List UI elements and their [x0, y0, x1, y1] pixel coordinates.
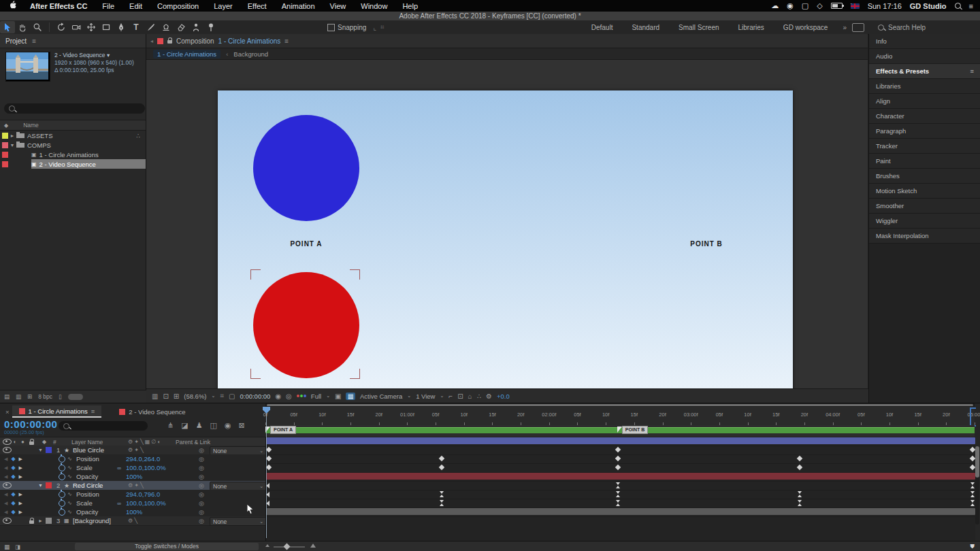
panel-tab-paragraph[interactable]: Paragraph	[869, 124, 980, 139]
stopwatch-icon[interactable]	[59, 456, 65, 463]
keyframe-icon[interactable]	[798, 500, 802, 506]
layer-duration-bar-blue[interactable]	[266, 437, 975, 444]
visibility-eye-icon[interactable]	[3, 447, 12, 453]
project-row-video-sequence[interactable]: ▣ 2 - Video Sequence	[0, 159, 146, 169]
keyframe-icon[interactable]	[970, 456, 975, 461]
keyframe-icon[interactable]	[615, 447, 621, 452]
property-name[interactable]: Position	[76, 454, 99, 463]
type-tool[interactable]: T	[129, 21, 144, 33]
panel-tab-paint[interactable]: Paint	[869, 154, 980, 169]
keyframe-icon[interactable]	[616, 491, 621, 497]
pick-whip-icon[interactable]: ◎	[199, 454, 204, 463]
layer-row-blue-circle[interactable]: ▼ 1 ★ Blue Circle ⚙✦╲ ◎ None⌄	[0, 446, 265, 455]
timeline-tab-video-sequence[interactable]: 2 - Video Sequence	[112, 406, 192, 417]
uk-flag-icon[interactable]	[851, 3, 860, 9]
keyframe-icon[interactable]	[970, 465, 975, 470]
panel-tab-brushes[interactable]: Brushes	[869, 169, 980, 184]
keyframe-icon[interactable]	[615, 456, 621, 461]
time-ruler[interactable]: 0f05f10f15f20f01:00f05f10f15f20f02:00f05…	[265, 407, 975, 426]
property-name[interactable]: Opacity	[76, 507, 98, 516]
pick-whip-icon[interactable]: ◎	[199, 507, 204, 516]
menu-effect[interactable]: Effect	[240, 2, 274, 10]
property-value[interactable]: 294.0,264.0	[126, 454, 160, 463]
thumbnail-view-icon[interactable]: ▥	[16, 393, 21, 400]
preview-dropdown-icon[interactable]: ▾	[107, 52, 110, 59]
airdrop-icon[interactable]: ◇	[817, 1, 822, 10]
layer-row-red-circle[interactable]: ▼ 2 ★ Red Circle ⚙✦╲ ◎ None⌄	[0, 481, 265, 490]
cloud-sync-icon[interactable]: ☁	[771, 1, 779, 10]
keyframe-track-scale[interactable]	[266, 490, 975, 499]
menu-help[interactable]: Help	[395, 2, 425, 10]
keyframe-icon[interactable]	[970, 447, 975, 452]
keyframe-icon[interactable]	[440, 491, 444, 497]
current-time-display[interactable]: 0:00:00:00	[4, 418, 57, 430]
stopwatch-icon[interactable]	[59, 473, 65, 480]
workspace-small-screen[interactable]: Small Screen	[669, 24, 728, 31]
region-of-interest-icon[interactable]: ▢	[229, 393, 235, 400]
lock-icon[interactable]	[29, 520, 34, 524]
label-color-column-icon[interactable]: ◆	[4, 122, 8, 129]
property-name[interactable]: Scale	[76, 463, 93, 472]
view-layout-caret-icon[interactable]: ⌄	[440, 393, 444, 399]
search-help-box[interactable]: Search Help	[878, 24, 980, 31]
pick-whip-icon[interactable]: ◎	[199, 463, 204, 472]
control-center-icon[interactable]: ≡	[969, 2, 973, 10]
add-keyframe-icon[interactable]: ◆	[11, 456, 15, 462]
camera-tool[interactable]	[69, 21, 84, 33]
rotation-tool[interactable]	[54, 21, 69, 33]
snap-feature-icon[interactable]: ⌗	[380, 23, 385, 31]
pick-whip-icon[interactable]: ◎	[199, 516, 204, 525]
menu-app-name[interactable]: After Effects CC	[22, 2, 95, 10]
snap-edge-icon[interactable]: ⌞	[373, 24, 376, 31]
footage-thumbnail[interactable]	[5, 52, 50, 82]
keyframe-icon[interactable]	[798, 491, 802, 497]
collapse-arrow-icon[interactable]: ►	[8, 133, 16, 138]
panel-tab-mask-interpolation[interactable]: Mask Interpolation	[869, 229, 980, 244]
menu-view[interactable]: View	[323, 2, 354, 10]
pan-behind-tool[interactable]	[84, 21, 99, 33]
pen-tool[interactable]	[114, 21, 129, 33]
breadcrumb-parent[interactable]: Background	[233, 50, 268, 58]
menu-layer[interactable]: Layer	[206, 2, 240, 10]
panel-tab-libraries[interactable]: Libraries	[869, 79, 980, 94]
expand-arrow-icon[interactable]: ▼	[38, 481, 43, 490]
layer-name[interactable]: [Background]	[73, 516, 111, 525]
workspace-gd[interactable]: GD workspace	[774, 24, 838, 31]
roto-brush-tool[interactable]	[189, 21, 203, 33]
collapse-arrow-icon[interactable]: ►	[38, 516, 43, 525]
draft-3d-icon[interactable]: ◪	[181, 421, 188, 430]
layer-switches[interactable]: ⚙✦╲	[128, 481, 145, 490]
list-view-icon[interactable]: ▤	[4, 393, 10, 400]
main-monitor-icon[interactable]: ⊡	[163, 393, 168, 400]
project-row-assets[interactable]: ► ASSETS ∴	[0, 131, 146, 140]
workspace-libraries[interactable]: Libraries	[729, 24, 774, 31]
shape-tool[interactable]	[99, 21, 114, 33]
composition-panel-menu-icon[interactable]: ≡	[284, 37, 289, 45]
layer-switches[interactable]: ⚙✦╲	[128, 446, 145, 454]
property-row-position[interactable]: ◀◆▶ ∿ Position 294.0,264.0 ◎	[0, 454, 265, 464]
clone-stamp-tool[interactable]	[159, 21, 174, 33]
keyframe-icon[interactable]	[616, 500, 621, 506]
project-flowchart-button[interactable]	[68, 394, 83, 400]
property-name[interactable]: Scale	[76, 499, 93, 507]
menu-edit[interactable]: Edit	[122, 2, 150, 10]
resolution-caret-icon[interactable]: ⌄	[326, 393, 330, 399]
keyframe-icon[interactable]	[266, 456, 272, 461]
visibility-eye-icon[interactable]	[3, 482, 12, 488]
expand-arrow-icon[interactable]: ▼	[38, 446, 43, 454]
new-folder-icon[interactable]: ⊞	[27, 393, 32, 400]
hand-tool[interactable]	[15, 21, 30, 33]
comp-marker-point-b[interactable]: POINT B	[617, 426, 648, 433]
apple-menu[interactable]	[0, 1, 22, 11]
property-value[interactable]: 100%	[126, 472, 142, 481]
timeline-vertical-scrollbar[interactable]	[975, 446, 979, 524]
workspace-overflow-chevron[interactable]: »	[837, 24, 852, 31]
project-search-input[interactable]	[4, 103, 145, 114]
pick-whip-icon[interactable]: ◎	[199, 499, 204, 507]
exposure-value[interactable]: +0.0	[497, 393, 510, 400]
panel-tab-info[interactable]: Info	[869, 34, 980, 49]
frame-blending-icon[interactable]: ◫	[210, 421, 217, 430]
dual-monitor-icon[interactable]: ⊞	[174, 393, 179, 400]
layer-bar-row-blue[interactable]	[266, 437, 975, 446]
keyframe-icon[interactable]	[796, 456, 802, 461]
